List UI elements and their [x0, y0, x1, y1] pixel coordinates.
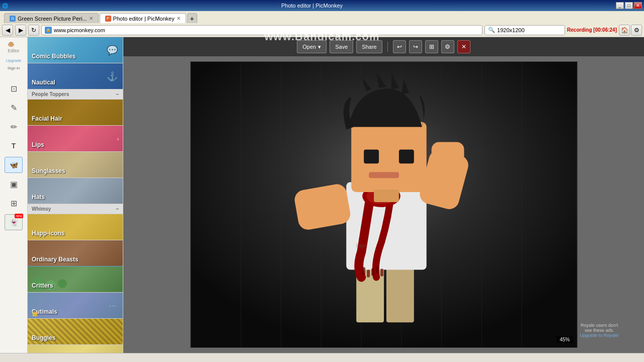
touch-tool[interactable]: ✎ [5, 100, 23, 116]
paint-tool[interactable]: ✏ [5, 119, 23, 135]
svg-rect-22 [431, 142, 464, 174]
category-critters[interactable]: Critters [28, 266, 123, 293]
section-whimsy: Whimsy – [28, 204, 123, 214]
tab-label-1: Green Screen Picture Peri... [18, 16, 87, 22]
save-label: Save [335, 44, 348, 50]
tools-panel: 🐵 Editor Upgrade Sign in ⊡ ✎ ✏ T 🦋 ▣ ⊞ 👻… [0, 37, 28, 353]
tab-close-1[interactable]: ✕ [89, 16, 93, 21]
upgrade-link[interactable]: Upgrade [6, 58, 22, 63]
svg-rect-29 [398, 149, 414, 163]
title-bar-text: Photo editor | PicMonkey [10, 3, 614, 9]
svg-text:logo: logo [356, 242, 366, 248]
category-nautical[interactable]: Nautical ⚓ [28, 63, 123, 89]
share-button[interactable]: Share [356, 40, 382, 53]
tab-bar: G Green Screen Picture Peri... ✕ P Photo… [0, 11, 644, 23]
new-badge: new [15, 214, 23, 218]
zoom-indicator: 45% [556, 336, 573, 343]
status-bar [0, 353, 644, 362]
category-label-beasts: Ordinary Beasts [32, 256, 78, 263]
royale-ad-text-1: Royale users don't [580, 323, 619, 328]
redo-button[interactable]: ↪ [409, 40, 422, 53]
address-bar[interactable]: 🔒 www.picmonkey.com [41, 25, 482, 35]
overlay-tool[interactable]: 🦋 [5, 157, 23, 173]
window-controls: _ □ ✕ [616, 2, 642, 9]
royale-ad: Royale users don't see these ads. Upgrad… [580, 323, 619, 338]
search-bar[interactable]: 🔍 1920x1200 [485, 25, 565, 35]
category-chick-eggs[interactable]: Chick 'n Eggs [28, 345, 123, 353]
section-collapse-people[interactable]: – [116, 92, 119, 97]
category-lips[interactable]: Lips › [28, 126, 123, 152]
svg-rect-16 [367, 270, 370, 278]
category-happ-icons[interactable]: Happ-icons [28, 214, 123, 240]
search-text: 1920x1200 [497, 27, 524, 33]
section-label-people: People Toppers [32, 92, 69, 97]
settings-icon[interactable]: ⚙ [631, 25, 642, 36]
tab-2[interactable]: P Photo editor | PicMonkey ✕ [100, 13, 186, 23]
settings-button[interactable]: ⚙ [441, 40, 454, 53]
tab-favicon-2: P [105, 16, 111, 22]
svg-rect-18 [376, 266, 379, 274]
cutimals-star: 👑 [32, 311, 38, 316]
close-button[interactable]: ✕ [634, 2, 642, 9]
open-button[interactable]: Open ▾ [297, 40, 327, 53]
address-text: www.picmonkey.com [54, 27, 105, 33]
main-content: 🐵 Editor Upgrade Sign in ⊡ ✎ ✏ T 🦋 ▣ ⊞ 👻… [0, 37, 644, 353]
royale-ad-text-2: see these ads. [580, 328, 619, 333]
category-deco-comic: 💬 [107, 45, 118, 56]
svg-rect-17 [371, 268, 374, 276]
browser-window: 🌐 Photo editor | PicMonkey _ □ ✕ G Green… [0, 0, 644, 37]
category-label-happ: Happ-icons [32, 230, 64, 237]
open-dropdown-icon: ▾ [318, 44, 321, 50]
forward-button[interactable]: ▶ [15, 25, 26, 36]
canvas-svg: logo [191, 62, 577, 347]
category-ordinary-beasts[interactable]: Ordinary Beasts [28, 240, 123, 266]
category-facial-hair[interactable]: Facial Hair [28, 100, 123, 126]
texture-tool[interactable]: ⊞ [5, 195, 23, 211]
refresh-button[interactable]: ↻ [28, 25, 39, 36]
title-bar: 🌐 Photo editor | PicMonkey _ □ ✕ [0, 0, 644, 11]
category-label-critters: Critters [32, 282, 53, 289]
minimize-button[interactable]: _ [616, 2, 624, 9]
svg-rect-30 [369, 172, 399, 178]
category-label-sunglasses: Sunglasses [32, 167, 65, 174]
frame-tool[interactable]: ▣ [5, 176, 23, 192]
categories-panel: Comic Bubbles 💬 Nautical ⚓ People Topper… [28, 37, 123, 353]
category-comic-bubbles[interactable]: Comic Bubbles 💬 [28, 37, 123, 63]
section-people-toppers: People Toppers – [28, 89, 123, 100]
new-tab-button[interactable]: + [187, 13, 197, 23]
category-label-buggles: Buggles [32, 334, 55, 341]
picmonkey-logo: 🐵 Editor [8, 41, 20, 53]
crop-tool[interactable]: ⊡ [5, 80, 23, 97]
category-sunglasses[interactable]: Sunglasses [28, 152, 123, 178]
zoom-button[interactable]: ⊞ [425, 40, 438, 53]
canvas-area: Open ▾ Save Share ↩ ↪ ⊞ ⚙ ✕ [123, 37, 644, 353]
canvas-toolbar: Open ▾ Save Share ↩ ↪ ⊞ ⚙ ✕ [123, 37, 644, 56]
category-label-facial: Facial Hair [32, 115, 62, 122]
close-editor-button[interactable]: ✕ [457, 40, 470, 53]
share-label: Share [362, 44, 376, 50]
back-button[interactable]: ◀ [2, 25, 13, 36]
text-tool[interactable]: T [5, 138, 23, 154]
undo-button[interactable]: ↩ [393, 40, 406, 53]
signin-link[interactable]: Sign in [8, 66, 20, 70]
toolbar-separator [387, 42, 388, 52]
cutimals-dots: ··· [110, 303, 117, 308]
royale-upgrade-link[interactable]: Upgrade to Royale! [580, 333, 619, 338]
category-hats[interactable]: Hats [28, 178, 123, 204]
browser-favicon: 🌐 [2, 3, 8, 9]
section-collapse-whimsy[interactable]: – [116, 206, 119, 212]
home-button[interactable]: 🏠 [619, 25, 630, 36]
ssl-icon: 🔒 [45, 27, 52, 34]
svg-rect-28 [364, 149, 379, 163]
recording-label: Recording [00:06:24] [567, 27, 617, 33]
category-buggles[interactable]: Buggles [28, 319, 123, 345]
canvas-wrapper[interactable]: logo 45% Royale users don't see these ad… [123, 56, 644, 353]
tab-1[interactable]: G Green Screen Picture Peri... ✕ [4, 13, 99, 23]
category-bg-chick [28, 345, 123, 353]
category-cutimals[interactable]: Cutimals ··· 👑 [28, 293, 123, 319]
save-button[interactable]: Save [330, 40, 353, 53]
theme-tool[interactable]: 👻 new [5, 214, 23, 230]
maximize-button[interactable]: □ [625, 2, 633, 9]
category-arrow-lips: › [117, 136, 119, 141]
tab-close-2[interactable]: ✕ [177, 16, 181, 21]
